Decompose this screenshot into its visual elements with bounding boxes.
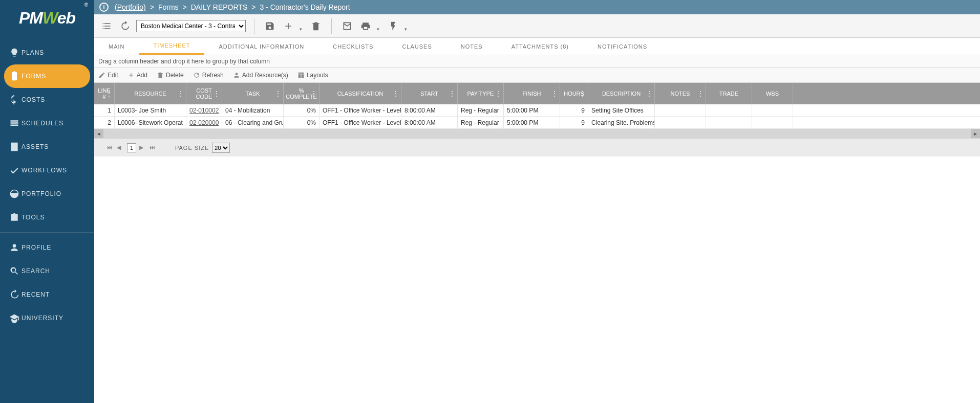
breadcrumb-portfolio[interactable]: (Portfolio) <box>115 3 146 11</box>
history-icon <box>7 289 22 300</box>
breadcrumb-daily[interactable]: DAILY REPORTS <box>191 3 247 11</box>
page-input[interactable] <box>127 143 136 152</box>
sidebar-item-costs[interactable]: COSTS <box>0 88 94 111</box>
sidebar-item-forms[interactable]: FORMS <box>4 64 90 88</box>
col-notes[interactable]: NOTES <box>655 83 706 104</box>
refresh-button[interactable]: Refresh <box>193 72 224 79</box>
table-row[interactable]: 2L0006- Sitework Operat02-02000006 - Cle… <box>94 117 980 129</box>
col-finish[interactable]: FINISH <box>504 83 560 104</box>
save-icon[interactable] <box>263 19 277 33</box>
add-icon[interactable] <box>281 19 295 33</box>
sidebar-item-assets[interactable]: ASSETS <box>0 135 94 159</box>
sidebar-item-tools[interactable]: TOOLS <box>0 206 94 229</box>
breadcrumb-forms[interactable]: Forms <box>158 3 179 11</box>
col-classification[interactable]: CLASSIFICATION <box>319 83 401 104</box>
col-description[interactable]: DESCRIPTION <box>588 83 655 104</box>
delete-icon[interactable] <box>309 19 323 33</box>
sidebar-item-profile[interactable]: PROFILE <box>0 236 94 259</box>
add-dropdown[interactable] <box>300 24 305 29</box>
grid-toolbar: Edit Add Delete Refresh Add Resource(s) … <box>94 68 980 83</box>
scroll-right-icon[interactable]: ► <box>971 129 980 138</box>
layouts-button[interactable]: Layouts <box>297 72 328 79</box>
tab-notes[interactable]: NOTES <box>446 38 497 55</box>
add-button[interactable]: Add <box>127 72 147 79</box>
person-icon <box>7 242 22 253</box>
tab-notifications[interactable]: NOTIFICATIONS <box>583 38 662 55</box>
col-start[interactable]: START <box>401 83 458 104</box>
sidebar-item-label: FORMS <box>22 73 46 80</box>
col-trade[interactable]: TRADE <box>706 83 752 104</box>
sidebar-item-label: SEARCH <box>22 267 50 275</box>
main: i (Portfolio) > Forms > DAILY REPORTS > … <box>94 0 980 403</box>
sidebar-item-label: TOOLS <box>22 214 45 221</box>
print-icon[interactable] <box>358 19 373 33</box>
breadcrumb-record: 3 - Contractor's Daily Report <box>260 3 350 11</box>
breadcrumb: i (Portfolio) > Forms > DAILY REPORTS > … <box>94 0 980 14</box>
tab-clauses[interactable]: CLAUSES <box>388 38 446 55</box>
scroll-left-icon[interactable]: ◄ <box>94 129 103 138</box>
last-page-icon[interactable]: ⏭ <box>150 144 157 151</box>
tab-attachments-8-[interactable]: ATTACHMENTS (8) <box>497 38 583 55</box>
history-icon[interactable] <box>118 19 132 33</box>
sidebar-item-label: COSTS <box>22 96 45 103</box>
col-pay-type[interactable]: PAY TYPE <box>458 83 504 104</box>
col-wbs[interactable]: WBS <box>752 83 793 104</box>
briefcase-icon <box>7 212 22 222</box>
col-line[interactable]: LINE # <box>94 83 115 104</box>
add-resources-button[interactable]: Add Resource(s) <box>233 72 288 79</box>
col-hours[interactable]: HOURS <box>560 83 588 104</box>
info-icon[interactable]: i <box>99 3 109 12</box>
delete-button[interactable]: Delete <box>157 72 184 79</box>
col-task[interactable]: TASK <box>222 83 284 104</box>
sidebar-item-university[interactable]: UNIVERSITY <box>0 306 94 330</box>
nav-primary: PLANSFORMSCOSTSSCHEDULESASSETSWORKFLOWSP… <box>0 36 94 403</box>
sidebar-item-label: RECENT <box>22 291 50 298</box>
grad-icon <box>7 313 22 323</box>
group-by-hint[interactable]: Drag a column header and drop it here to… <box>94 55 980 68</box>
bolt-dropdown[interactable] <box>404 24 410 29</box>
sidebar-item-recent[interactable]: RECENT <box>0 283 94 306</box>
grid-header: LINE # RESOURCE COST CODE TASK % COMPLET… <box>94 83 980 104</box>
first-page-icon[interactable]: ⏮ <box>106 144 114 151</box>
logo-w: W <box>42 9 57 27</box>
sidebar-item-label: UNIVERSITY <box>22 315 63 322</box>
col-resource[interactable]: RESOURCE <box>115 83 186 104</box>
sidebar: PMWeb ® PLANSFORMSCOSTSSCHEDULESASSETSWO… <box>0 0 94 403</box>
col-pct-complete[interactable]: % COMPLETE <box>284 83 319 104</box>
bolt-icon[interactable] <box>386 19 400 33</box>
next-page-icon[interactable]: ▶ <box>139 144 146 151</box>
check-icon <box>7 165 22 175</box>
col-cost-code[interactable]: COST CODE <box>186 83 222 104</box>
sidebar-item-schedules[interactable]: SCHEDULES <box>0 111 94 135</box>
sidebar-item-plans[interactable]: PLANS <box>0 41 94 64</box>
globe-icon <box>7 189 22 199</box>
building-icon <box>7 142 22 152</box>
clipboard-icon <box>7 71 22 81</box>
logo[interactable]: PMWeb ® <box>0 0 94 36</box>
horizontal-scrollbar[interactable]: ◄ ► <box>94 129 980 138</box>
record-selector[interactable]: Boston Medical Center - 3 - Contrac <box>136 20 246 32</box>
edit-button[interactable]: Edit <box>98 72 118 79</box>
tab-checklists[interactable]: CHECKLISTS <box>318 38 388 55</box>
sidebar-item-workflows[interactable]: WORKFLOWS <box>0 159 94 182</box>
sidebar-item-label: PORTFOLIO <box>22 190 61 197</box>
toolbar: Boston Medical Center - 3 - Contrac <box>94 14 980 38</box>
tab-main[interactable]: MAIN <box>94 38 139 55</box>
pager: ⏮ ◀ ▶ ⏭ PAGE SIZE 20 <box>94 138 980 156</box>
logo-reg: ® <box>84 2 88 8</box>
sidebar-item-portfolio[interactable]: PORTFOLIO <box>0 182 94 206</box>
tab-timesheet[interactable]: TIMESHEET <box>139 38 205 55</box>
pagesize-select[interactable]: 20 <box>212 143 230 153</box>
logo-pre: PM <box>19 9 42 27</box>
tab-additional-information[interactable]: ADDITIONAL INFORMATION <box>204 38 318 55</box>
sidebar-item-search[interactable]: SEARCH <box>0 259 94 283</box>
tabs: MAINTIMESHEETADDITIONAL INFORMATIONCHECK… <box>94 38 980 55</box>
prev-page-icon[interactable]: ◀ <box>117 144 124 151</box>
sidebar-item-label: PLANS <box>22 49 44 56</box>
mail-icon[interactable] <box>340 19 354 33</box>
print-dropdown[interactable] <box>377 24 382 29</box>
list-icon[interactable] <box>99 19 114 33</box>
search-icon <box>7 266 22 276</box>
table-row[interactable]: 1L0003- Joe Smith02-01000204 - Mobilizat… <box>94 104 980 117</box>
sidebar-item-label: PROFILE <box>22 244 51 251</box>
